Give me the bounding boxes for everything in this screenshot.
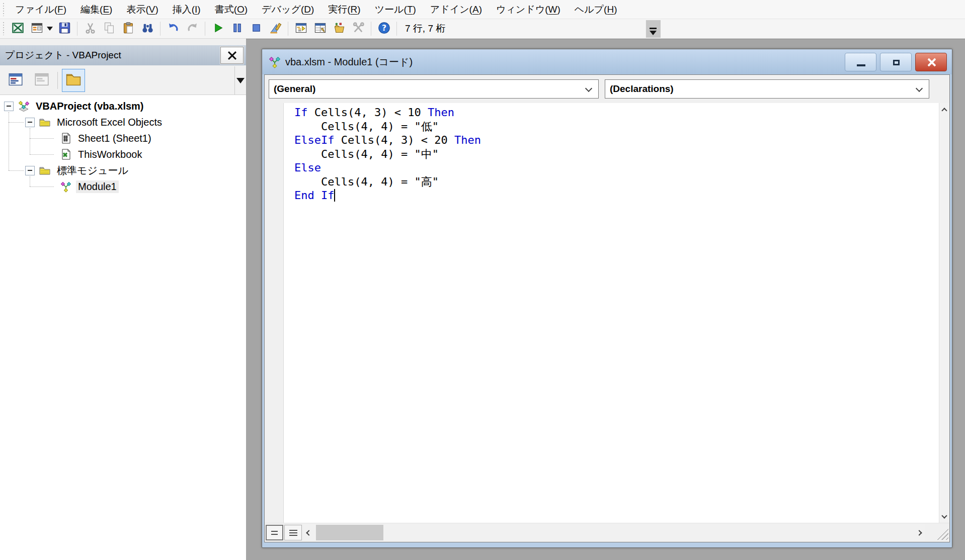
resize-grip[interactable]: [935, 526, 948, 540]
view-object-icon: [33, 71, 50, 90]
toolbar-separator: [371, 22, 371, 36]
view-code-icon: [7, 71, 24, 90]
code-editor[interactable]: If Cells(4, 3) < 10 Then Cells(4, 4) = "…: [265, 103, 949, 523]
menu-bar: ファイル(F)編集(E)表示(V)挿入(I)書式(O)デバッグ(D)実行(R)ツ…: [0, 0, 965, 19]
full-module-view-button[interactable]: [284, 525, 302, 540]
declarations-dropdown-value: (Declarations): [610, 83, 674, 95]
view-excel-button[interactable]: [9, 21, 27, 37]
save-button[interactable]: [55, 21, 73, 37]
tree-item-module1[interactable]: Module1: [0, 178, 246, 195]
menu-item-edit[interactable]: 編集(E): [73, 0, 119, 19]
code-window: vba.xlsm - Module1 (コード) (General): [262, 49, 952, 548]
menu-item-insert[interactable]: 挿入(I): [166, 0, 208, 19]
dropdown-caret-icon[interactable]: [47, 27, 53, 31]
menu-item-addins[interactable]: アドイン(A): [423, 0, 489, 19]
toolbar-grip-handle[interactable]: [3, 22, 5, 35]
break-icon: [230, 21, 244, 37]
procedure-view-button[interactable]: [266, 525, 283, 540]
code-line[interactable]: ElseIf Cells(4, 3) < 20 Then: [294, 133, 938, 147]
procedure-dropdown[interactable]: (General): [269, 79, 599, 99]
code-line[interactable]: Cells(4, 4) = "低": [294, 120, 938, 134]
view-object-button[interactable]: [30, 69, 53, 92]
restore-icon: [893, 60, 900, 65]
project-panel-titlebar[interactable]: プロジェクト - VBAProject: [0, 45, 246, 65]
text-caret: [334, 189, 335, 202]
collapse-toggle[interactable]: [25, 166, 35, 175]
menu-item-window[interactable]: ウィンドウ(W): [489, 0, 568, 19]
declarations-dropdown[interactable]: (Declarations): [605, 79, 929, 99]
project-panel-close-button[interactable]: [220, 47, 244, 64]
run-sub-button[interactable]: [209, 21, 227, 37]
code-window-title: vba.xlsm - Module1 (コード): [285, 55, 413, 69]
margin-indicator-bar[interactable]: [265, 103, 284, 523]
toggle-folders-button[interactable]: [62, 69, 85, 92]
properties-window-button[interactable]: [311, 21, 329, 37]
scroll-right-button[interactable]: [913, 525, 925, 540]
menu-item-tools[interactable]: ツール(T): [368, 0, 423, 19]
project-panel-overflow-button[interactable]: [234, 66, 246, 95]
menu-item-help[interactable]: ヘルプ(H): [568, 0, 624, 19]
find-button[interactable]: [138, 21, 156, 37]
module-icon: [60, 180, 72, 193]
sheet-icon: [60, 132, 72, 144]
menu-item-run[interactable]: 実行(R): [321, 0, 367, 19]
tree-item-vbaproject[interactable]: VBAProject (vba.xlsm): [0, 98, 246, 114]
object-browser-button[interactable]: [330, 21, 348, 37]
toolbar-separator: [57, 72, 58, 89]
design-mode-button[interactable]: [266, 21, 284, 37]
menu-items: ファイル(F)編集(E)表示(V)挿入(I)書式(O)デバッグ(D)実行(R)ツ…: [8, 0, 624, 19]
horizontal-scroll-thumb[interactable]: [316, 525, 383, 540]
tree-item-excel-objects[interactable]: Microsoft Excel Objects: [0, 114, 246, 130]
undo-icon: [167, 21, 180, 37]
standard-toolbar: ? 7 行, 7 桁: [0, 19, 965, 39]
project-explorer-panel: プロジェクト - VBAProject VBAProject (vba.xlsm…: [0, 39, 246, 560]
menu-item-file[interactable]: ファイル(F): [8, 0, 73, 19]
code-line[interactable]: Else: [294, 161, 938, 175]
code-line[interactable]: Cells(4, 4) = "高": [294, 175, 938, 189]
restore-button[interactable]: [880, 53, 912, 71]
insert-userform-button[interactable]: [28, 21, 46, 37]
redo-icon: [186, 21, 199, 37]
horizontal-scrollbar[interactable]: [303, 525, 925, 540]
scroll-left-button[interactable]: [303, 525, 315, 540]
project-explorer-button[interactable]: [292, 21, 310, 37]
code-window-titlebar[interactable]: vba.xlsm - Module1 (コード): [262, 49, 952, 74]
code-window-bottom-bar: [265, 523, 949, 542]
menu-item-debug[interactable]: デバッグ(D): [255, 0, 321, 19]
reset-button[interactable]: [247, 21, 265, 37]
workbook-icon: [60, 148, 72, 160]
tree-item-sheet1[interactable]: Sheet1 (Sheet1): [0, 130, 246, 146]
code-text[interactable]: If Cells(4, 3) < 10 Then Cells(4, 4) = "…: [284, 103, 938, 523]
code-line[interactable]: Cells(4, 4) = "中": [294, 147, 938, 161]
collapse-toggle[interactable]: [4, 102, 14, 111]
overflow-bar-icon: [650, 28, 657, 29]
help-button[interactable]: ?: [375, 21, 393, 37]
toolbar-separator: [288, 22, 288, 36]
view-code-button[interactable]: [4, 69, 27, 92]
cursor-position-status: 7 行, 7 桁: [405, 22, 445, 35]
tree-item-thisworkbook[interactable]: ThisWorkbook: [0, 146, 246, 162]
scroll-up-button[interactable]: [939, 103, 949, 115]
paste-icon: [122, 21, 135, 37]
collapse-toggle[interactable]: [25, 118, 35, 127]
chevron-down-icon: [236, 78, 245, 83]
cut-button: [81, 21, 99, 37]
menu-grip-handle[interactable]: [3, 3, 5, 16]
code-line[interactable]: If Cells(4, 3) < 10 Then: [294, 106, 938, 120]
menu-item-format[interactable]: 書式(O): [208, 0, 255, 19]
break-button[interactable]: [228, 21, 246, 37]
vba-project-icon: [18, 100, 30, 112]
vertical-scrollbar[interactable]: [939, 103, 949, 523]
project-panel-toolbar-buttons: [0, 66, 246, 95]
design-mode-icon: [269, 21, 282, 37]
close-button[interactable]: [915, 53, 947, 71]
scroll-down-button[interactable]: [939, 511, 949, 523]
chevron-left-icon: [306, 530, 311, 535]
minimize-button[interactable]: [845, 53, 876, 71]
tree-item-std-modules[interactable]: 標準モジュール: [0, 162, 246, 178]
undo-button[interactable]: [164, 21, 182, 37]
code-line[interactable]: End If: [294, 189, 938, 203]
paste-button[interactable]: [119, 21, 137, 37]
menu-item-view[interactable]: 表示(V): [119, 0, 165, 19]
toolbar-overflow-button[interactable]: [646, 20, 661, 38]
